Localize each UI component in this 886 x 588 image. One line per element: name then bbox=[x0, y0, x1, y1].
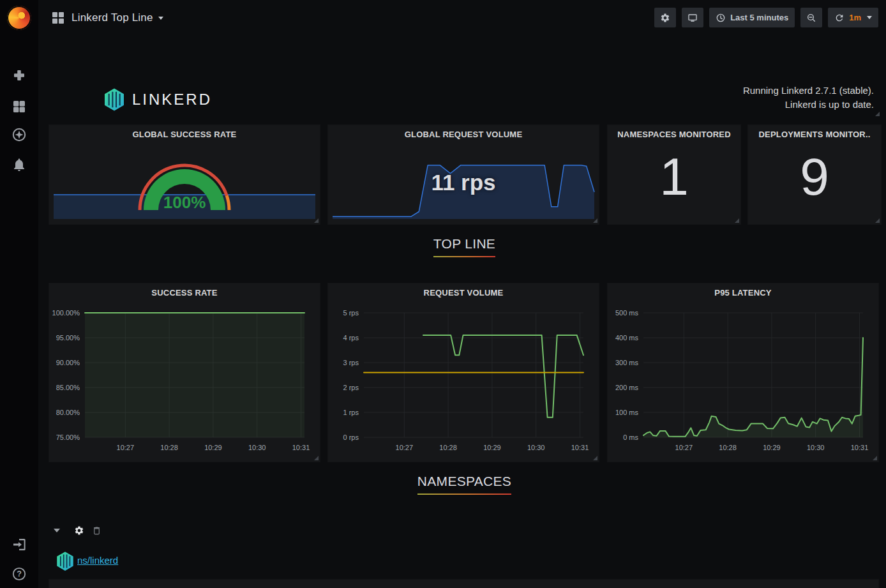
panel-title[interactable]: GLOBAL REQUEST VOLUME bbox=[328, 130, 599, 139]
svg-text:5 rps: 5 rps bbox=[343, 309, 359, 317]
panel-resize-handle[interactable] bbox=[314, 456, 319, 460]
namespace-link[interactable]: ns/linkerd bbox=[77, 555, 118, 566]
deployments-count: 9 bbox=[748, 142, 881, 212]
zoom-out-button[interactable] bbox=[800, 8, 822, 27]
panel-request-volume: REQUEST VOLUME 0 rps1 rps2 rps3 rps4 rps… bbox=[328, 283, 599, 462]
section-label[interactable]: TOP LINE bbox=[433, 236, 495, 252]
dashboards-icon[interactable] bbox=[11, 99, 27, 114]
section-underline bbox=[433, 256, 495, 257]
help-icon[interactable]: ? bbox=[11, 566, 27, 582]
panel-global-success-rate: 100% GLOBAL SUCCESS RATE bbox=[49, 125, 320, 224]
panel-global-request-volume: GLOBAL REQUEST VOLUME 11 rps bbox=[328, 125, 599, 224]
panel-deployments-monitored: DEPLOYMENTS MONITOR.. 9 bbox=[748, 125, 881, 224]
clock-icon bbox=[716, 13, 726, 23]
panel-resize-handle[interactable] bbox=[873, 456, 877, 460]
linkerd-brand: LINKERD bbox=[101, 86, 212, 113]
panel-p95-latency: P95 LATENCY 0 ms100 ms200 ms300 ms400 ms… bbox=[608, 283, 878, 462]
svg-text:100.00%: 100.00% bbox=[52, 309, 80, 317]
row-settings-gear-icon[interactable] bbox=[74, 525, 84, 536]
row-header-top-line[interactable]: TOP LINE bbox=[433, 236, 495, 257]
p95-latency-chart: 0 ms100 ms200 ms300 ms400 ms500 ms10:271… bbox=[608, 301, 878, 460]
sidebar: ? bbox=[0, 0, 38, 588]
monitor-icon bbox=[687, 13, 698, 23]
panel-resize-handle[interactable] bbox=[593, 456, 597, 460]
svg-text:10:29: 10:29 bbox=[763, 444, 781, 451]
svg-text:10:28: 10:28 bbox=[719, 444, 737, 451]
success-gauge: 100% bbox=[49, 125, 320, 224]
panel-resize-handle[interactable] bbox=[875, 218, 880, 223]
svg-text:75.00%: 75.00% bbox=[56, 433, 80, 441]
panel-title[interactable]: DEPLOYMENTS MONITOR.. bbox=[748, 130, 881, 139]
svg-text:500 ms: 500 ms bbox=[615, 309, 639, 317]
svg-text:95.00%: 95.00% bbox=[56, 334, 80, 342]
svg-text:10:27: 10:27 bbox=[396, 444, 414, 451]
svg-text:10:29: 10:29 bbox=[483, 444, 501, 451]
svg-text:10:30: 10:30 bbox=[807, 444, 825, 451]
zoom-out-icon bbox=[806, 13, 816, 23]
version-status-text: Running Linkerd 2.7.1 (stable). Linkerd … bbox=[743, 84, 874, 112]
svg-text:10:28: 10:28 bbox=[160, 444, 178, 451]
panel-resize-handle[interactable] bbox=[735, 218, 739, 223]
dashboard-grid-icon bbox=[52, 12, 64, 24]
panel-resize-handle[interactable] bbox=[593, 218, 597, 223]
svg-text:10:31: 10:31 bbox=[571, 444, 589, 451]
svg-text:2 rps: 2 rps bbox=[343, 384, 359, 391]
linkerd-logo-icon bbox=[101, 86, 127, 113]
svg-text:10:27: 10:27 bbox=[675, 444, 693, 451]
svg-text:4 rps: 4 rps bbox=[343, 334, 359, 342]
panel-namespaces-monitored: NAMESPACES MONITORED 1 bbox=[608, 125, 740, 224]
row-collapse-chevron-icon[interactable] bbox=[54, 529, 60, 532]
svg-text:10:27: 10:27 bbox=[117, 444, 135, 451]
svg-text:0 ms: 0 ms bbox=[623, 433, 638, 441]
svg-text:10:30: 10:30 bbox=[527, 444, 545, 451]
panel-title[interactable]: SUCCESS RATE bbox=[49, 288, 320, 298]
panel-title[interactable]: GLOBAL SUCCESS RATE bbox=[49, 130, 320, 139]
row-delete-trash-icon[interactable] bbox=[92, 525, 101, 536]
panel-title[interactable]: NAMESPACES MONITORED bbox=[608, 130, 740, 139]
sign-in-icon[interactable] bbox=[11, 537, 27, 552]
tv-mode-button[interactable] bbox=[682, 8, 703, 27]
top-navbar: Linkerd Top Line Last 5 minutes 1m bbox=[38, 0, 886, 36]
panel-success-rate: SUCCESS RATE 75.00%80.00%85.00%90.00%95.… bbox=[49, 283, 320, 462]
svg-text:10:31: 10:31 bbox=[851, 444, 869, 451]
section-underline bbox=[417, 494, 511, 495]
request-volume-chart: 0 rps1 rps2 rps3 rps4 rps5 rps10:2710:28… bbox=[328, 301, 599, 460]
panel-title[interactable]: P95 LATENCY bbox=[608, 288, 878, 298]
svg-text:10:30: 10:30 bbox=[248, 444, 266, 451]
svg-text:400 ms: 400 ms bbox=[615, 334, 639, 342]
svg-text:10:31: 10:31 bbox=[292, 444, 310, 451]
svg-text:80.00%: 80.00% bbox=[56, 409, 80, 416]
next-panel-edge bbox=[49, 580, 878, 588]
panel-resize-handle[interactable] bbox=[875, 112, 880, 116]
uptodate-line: Linkerd is up to date. bbox=[743, 98, 874, 112]
svg-text:3 rps: 3 rps bbox=[343, 359, 359, 366]
panel-resize-handle[interactable] bbox=[314, 218, 319, 223]
grafana-logo-icon[interactable] bbox=[7, 6, 31, 30]
svg-text:300 ms: 300 ms bbox=[615, 359, 639, 366]
version-line: Running Linkerd 2.7.1 (stable). bbox=[743, 84, 874, 98]
row-header-namespaces[interactable]: NAMESPACES bbox=[417, 474, 511, 495]
svg-text:0 rps: 0 rps bbox=[343, 433, 359, 441]
header-text-panel: LINKERD Running Linkerd 2.7.1 (stable). … bbox=[48, 37, 881, 117]
dashboard-title[interactable]: Linkerd Top Line bbox=[71, 11, 153, 24]
explore-compass-icon[interactable] bbox=[11, 127, 27, 142]
svg-text:90.00%: 90.00% bbox=[56, 359, 80, 366]
refresh-picker[interactable]: 1m bbox=[828, 8, 878, 27]
linkerd-wordmark: LINKERD bbox=[132, 91, 212, 109]
time-range-picker[interactable]: Last 5 minutes bbox=[709, 8, 795, 27]
refresh-icon bbox=[834, 13, 845, 23]
grafana-dashboard: { "topnav": { "title": "Linkerd Top Line… bbox=[0, 0, 886, 588]
gear-icon bbox=[660, 13, 670, 23]
settings-button[interactable] bbox=[654, 8, 676, 27]
section-namespaces: NAMESPACES bbox=[48, 474, 881, 495]
namespaces-count: 1 bbox=[608, 142, 740, 212]
section-label[interactable]: NAMESPACES bbox=[417, 474, 511, 489]
panel-title[interactable]: REQUEST VOLUME bbox=[328, 288, 599, 298]
alerting-bell-icon[interactable] bbox=[11, 157, 27, 172]
create-plus-icon[interactable] bbox=[11, 68, 27, 83]
request-volume-value: 11 rps bbox=[328, 170, 599, 195]
time-range-label: Last 5 minutes bbox=[730, 13, 788, 22]
svg-text:10:28: 10:28 bbox=[439, 444, 457, 451]
title-caret-icon[interactable] bbox=[158, 17, 163, 20]
refresh-interval-label: 1m bbox=[849, 13, 861, 22]
